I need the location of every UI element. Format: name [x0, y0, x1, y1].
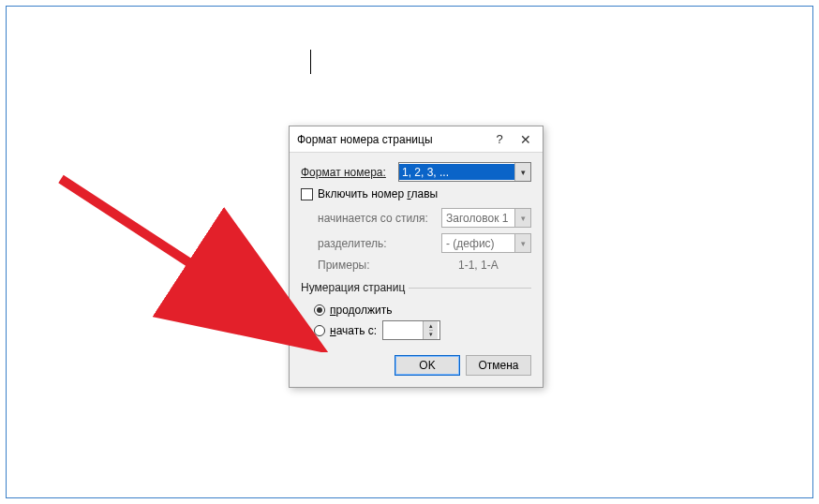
separator-value: - (дефис) [442, 237, 514, 250]
cancel-button[interactable]: Отмена [466, 355, 531, 376]
examples-value: 1-1, 1-A [458, 259, 499, 272]
continue-radio[interactable] [314, 304, 325, 316]
continue-label: продолжить [330, 304, 392, 317]
ok-button[interactable]: OK [395, 355, 460, 376]
number-format-label: Формат номера: [301, 166, 398, 179]
chapter-style-value: Заголовок 1 [442, 212, 514, 225]
page-numbering-section: Нумерация страниц продолжить продолжить … [301, 281, 531, 344]
include-chapter-checkbox[interactable] [301, 188, 313, 200]
start-at-label: начать с: [330, 324, 377, 337]
page-numbering-legend: Нумерация страниц [301, 281, 409, 294]
help-button[interactable]: ? [486, 129, 513, 150]
dialog-body: Формат номера: 1, 2, 3, ... ▾ Включить н… [290, 153, 543, 387]
include-chapter-label: Включить номер главы [318, 187, 438, 200]
text-cursor [310, 50, 311, 74]
spinner-buttons[interactable]: ▴ ▾ [423, 321, 438, 339]
dialog-title: Формат номера страницы [297, 133, 486, 146]
spinner-up-icon[interactable]: ▴ [429, 322, 433, 331]
page-number-format-dialog: Формат номера страницы ? ✕ Формат номера… [289, 126, 544, 388]
chapter-style-combo: Заголовок 1 ▾ [441, 208, 531, 228]
close-button[interactable]: ✕ [513, 129, 539, 150]
separator-label: разделитель: [318, 237, 441, 250]
chevron-down-icon: ▾ [514, 209, 530, 227]
chevron-down-icon: ▾ [514, 234, 530, 252]
start-at-spinner[interactable]: ▴ ▾ [382, 320, 440, 340]
number-format-combo[interactable]: 1, 2, 3, ... ▾ [398, 162, 531, 182]
number-format-value: 1, 2, 3, ... [399, 164, 514, 180]
start-at-input[interactable] [383, 321, 423, 339]
chapter-style-label: начинается со стиля: [318, 212, 441, 225]
chevron-down-icon[interactable]: ▾ [514, 163, 530, 181]
examples-label: Примеры: [318, 259, 458, 272]
separator-combo: - (дефис) ▾ [441, 233, 531, 253]
start-at-radio[interactable] [314, 325, 325, 336]
dialog-titlebar: Формат номера страницы ? ✕ [290, 126, 543, 153]
spinner-down-icon[interactable]: ▾ [429, 331, 433, 339]
